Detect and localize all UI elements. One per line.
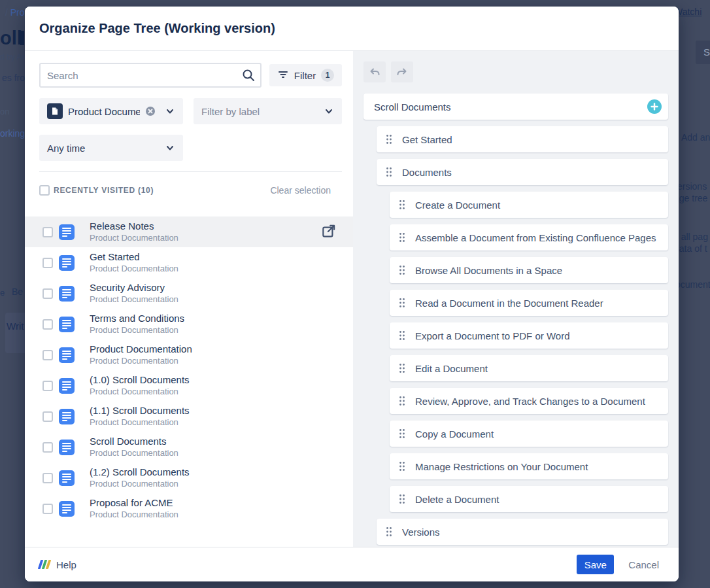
list-item[interactable]: Security Advisory Product Documentation	[25, 278, 353, 309]
item-checkbox[interactable]	[42, 442, 53, 453]
drag-handle-icon[interactable]	[386, 134, 392, 145]
drag-handle-icon[interactable]	[399, 494, 405, 504]
item-checkbox[interactable]	[42, 288, 53, 299]
tree-item[interactable]: Create a Document	[390, 192, 668, 218]
item-title: Get Started	[90, 251, 178, 264]
column-header-fragment: on	[0, 107, 9, 116]
item-checkbox[interactable]	[42, 381, 53, 391]
label-filter-select[interactable]: Filter by label	[194, 98, 342, 124]
drag-handle-icon[interactable]	[399, 461, 405, 472]
comment-placeholder-fragment: Writ	[7, 320, 24, 332]
background-button-label: S	[703, 46, 710, 58]
remove-space-filter-icon[interactable]	[145, 106, 156, 116]
undo-button[interactable]	[363, 61, 386, 82]
item-checkbox[interactable]	[42, 350, 53, 360]
tree-item[interactable]: Versions	[377, 519, 668, 545]
item-subtitle: Product Documentation	[90, 448, 178, 458]
clear-selection-button[interactable]: Clear selection	[270, 185, 331, 196]
item-title: Release Notes	[90, 220, 178, 233]
recently-visited-list: Release Notes Product Documentation Get …	[25, 216, 353, 524]
list-item[interactable]: Terms and Conditions Product Documentati…	[25, 309, 353, 339]
item-texts: (1.0) Scroll Documents Product Documenta…	[90, 374, 190, 397]
item-checkbox[interactable]	[42, 473, 53, 483]
item-title: Terms and Conditions	[90, 313, 184, 325]
background-text: data of t	[674, 243, 707, 254]
list-item[interactable]: Get Started Product Documentation	[25, 247, 353, 278]
help-button[interactable]: Help	[39, 559, 76, 570]
item-subtitle: Product Documentation	[90, 264, 178, 274]
dialog-header: Organize Page Tree (Working version)	[25, 7, 679, 51]
tree-item[interactable]: Get Started	[377, 126, 668, 152]
item-title: (1.2) Scroll Documents	[90, 466, 190, 479]
save-button[interactable]: Save	[577, 555, 614, 574]
tree-item-label: Read a Document in the Document Reader	[415, 298, 603, 309]
tree-item[interactable]: Export a Document to PDF or Word	[390, 322, 668, 349]
list-item[interactable]: Proposal for ACME Product Documentation	[25, 493, 353, 524]
filter-icon	[277, 69, 289, 82]
drag-handle-icon[interactable]	[399, 330, 405, 341]
time-filter-select[interactable]: Any time	[39, 135, 183, 161]
drag-handle-icon[interactable]	[399, 265, 405, 275]
add-page-button[interactable]	[647, 99, 662, 114]
dialog-footer: Help Save Cancel	[25, 547, 679, 581]
drag-handle-icon[interactable]	[386, 527, 392, 537]
select-all-checkbox[interactable]	[39, 185, 50, 196]
item-checkbox[interactable]	[42, 258, 53, 268]
page-icon	[59, 255, 75, 271]
item-checkbox[interactable]	[42, 411, 53, 422]
tree-item[interactable]: Delete a Document	[390, 486, 668, 512]
item-title: Security Advisory	[90, 282, 178, 294]
open-in-new-tab-button[interactable]	[319, 221, 339, 243]
tree-item[interactable]: Copy a Document	[390, 421, 668, 447]
drag-handle-icon[interactable]	[386, 167, 392, 177]
screen: / Pro oll d by An es fro on orking e Be …	[0, 0, 710, 588]
search-icon	[241, 68, 256, 85]
breadcrumb: / Pro	[5, 7, 25, 18]
tree-item[interactable]: Assemble a Document from Existing Conflu…	[390, 224, 668, 251]
tree-item-label: Review, Approve, and Track Changes to a …	[415, 396, 645, 407]
list-item[interactable]: Scroll Documents Product Documentation	[25, 432, 353, 462]
list-item[interactable]: Product Documentation Product Documentat…	[25, 339, 353, 370]
item-texts: Get Started Product Documentation	[90, 251, 178, 274]
intro-text-fragment: es fro	[2, 73, 25, 83]
chevron-down-icon	[324, 106, 334, 116]
drag-handle-icon[interactable]	[399, 428, 405, 439]
tree-item[interactable]: Review, Approve, and Track Changes to a …	[390, 388, 668, 414]
drag-handle-icon[interactable]	[399, 199, 405, 210]
tree-item-label: Edit a Document	[415, 363, 488, 374]
list-item[interactable]: Release Notes Product Documentation	[25, 216, 353, 247]
space-filter-select[interactable]: Product Documentat	[39, 98, 183, 124]
chevron-down-icon	[165, 106, 175, 116]
search-input[interactable]	[39, 63, 262, 88]
item-checkbox[interactable]	[42, 227, 53, 237]
drag-handle-icon[interactable]	[399, 396, 405, 406]
tree-item[interactable]: Edit a Document	[390, 355, 668, 381]
drag-handle-icon[interactable]	[399, 232, 405, 243]
filter-button-label: Filter	[294, 70, 316, 81]
tree-item[interactable]: Manage Restrictions on Your Document	[390, 453, 668, 479]
tab-fragment: Be	[12, 286, 23, 297]
filter-button[interactable]: Filter 1	[269, 64, 342, 86]
tree-item-label: Delete a Document	[415, 494, 499, 505]
page-icon	[59, 409, 75, 424]
tree-item[interactable]: Documents	[377, 159, 668, 185]
item-subtitle: Product Documentation	[90, 325, 184, 336]
item-texts: Terms and Conditions Product Documentati…	[90, 313, 184, 336]
byline-fragment: d by An	[0, 52, 26, 61]
drag-handle-icon[interactable]	[399, 298, 405, 308]
tree-item[interactable]: Read a Document in the Document Reader	[390, 290, 668, 316]
drag-handle-icon[interactable]	[399, 363, 405, 373]
tree-item-label: Browse All Documents in a Space	[415, 265, 562, 276]
tree-root-item[interactable]: Scroll Documents	[363, 94, 668, 120]
item-subtitle: Product Documentation	[90, 356, 192, 366]
tree-item[interactable]: Browse All Documents in a Space	[390, 257, 668, 283]
list-item[interactable]: (1.2) Scroll Documents Product Documenta…	[25, 462, 353, 493]
list-item[interactable]: (1.1) Scroll Documents Product Documenta…	[25, 401, 353, 432]
redo-button[interactable]	[391, 61, 413, 82]
list-item[interactable]: (1.0) Scroll Documents Product Documenta…	[25, 370, 353, 401]
background-text: age tree	[674, 193, 707, 203]
item-checkbox[interactable]	[42, 319, 53, 330]
cancel-button[interactable]: Cancel	[628, 559, 659, 570]
item-checkbox[interactable]	[42, 504, 53, 514]
comment-box-fragment	[5, 313, 25, 353]
